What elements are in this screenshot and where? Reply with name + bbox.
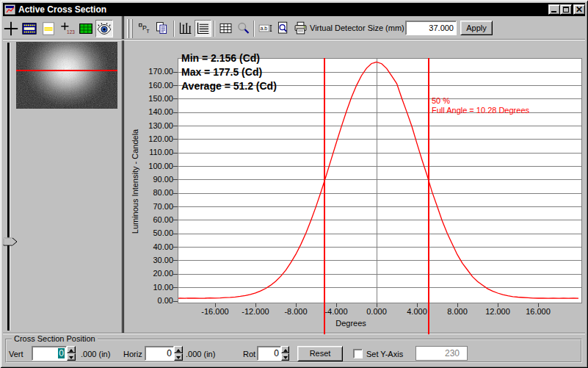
row-chart-icon bbox=[195, 21, 211, 36]
horiz-spin-down-button[interactable] bbox=[174, 353, 183, 361]
eye-icon bbox=[96, 21, 112, 37]
application-window: Active Cross Section ✕ 123 bbox=[0, 0, 588, 368]
cross-section-slider-thumb[interactable] bbox=[3, 236, 18, 245]
detector-size-input[interactable] bbox=[405, 21, 457, 35]
rot-label: Rot bbox=[243, 350, 255, 358]
row-chart-view-button[interactable] bbox=[195, 20, 211, 37]
y-tickmark bbox=[173, 153, 178, 154]
rot-spinner-buttons bbox=[281, 346, 289, 361]
y-axis-max-field: 230 bbox=[415, 346, 468, 361]
half-max-marker-line bbox=[428, 58, 429, 334]
y-tick-label: 140.00 bbox=[129, 107, 173, 116]
up-arrow-icon bbox=[176, 349, 181, 352]
annotation-max: Max = 177.5 (Cd) bbox=[181, 66, 262, 78]
rot-spin-up-button[interactable] bbox=[281, 346, 289, 353]
y-tick-label: 150.00 bbox=[129, 94, 173, 103]
groupbox-label: Cross Section Position bbox=[12, 334, 98, 343]
toolbar-separator bbox=[173, 21, 175, 37]
cross-section-line[interactable] bbox=[16, 70, 117, 71]
rot-spinner-field[interactable]: 0 bbox=[257, 346, 281, 361]
beam-image-thumbnail[interactable] bbox=[16, 42, 117, 109]
vert-label: Vert bbox=[9, 350, 23, 358]
vert-spinner-field[interactable]: 0 bbox=[32, 346, 67, 361]
eye-view-tool-button[interactable] bbox=[95, 20, 113, 37]
y-tickmark bbox=[173, 72, 178, 73]
x-tick-label: 16.000 bbox=[512, 307, 564, 316]
apply-button[interactable]: Apply bbox=[460, 21, 493, 35]
horiz-spinner-field[interactable]: 0 bbox=[145, 346, 174, 361]
annotation-average: Average = 51.2 (Cd) bbox=[181, 80, 277, 92]
plot-area bbox=[178, 58, 582, 303]
maximize-icon bbox=[563, 7, 569, 12]
vert-spinner-value: 0 bbox=[58, 348, 65, 358]
vert-spinner-buttons bbox=[67, 346, 76, 361]
horiz-unit-label: .000 (in) bbox=[186, 350, 215, 358]
titlebar[interactable]: Active Cross Section ✕ bbox=[3, 3, 585, 16]
horiz-label: Horiz bbox=[123, 350, 142, 358]
printer-icon bbox=[293, 21, 308, 36]
table-view-button[interactable] bbox=[217, 20, 234, 37]
vert-spin-up-button[interactable] bbox=[67, 346, 76, 353]
y-tick-label: 170.00 bbox=[129, 67, 173, 76]
y-tickmark bbox=[173, 112, 178, 113]
y-tick-label: 20.00 bbox=[129, 269, 173, 278]
horiz-spinner-value: 0 bbox=[167, 348, 172, 358]
marker-label-percent: 50 % bbox=[432, 96, 450, 105]
close-icon: ✕ bbox=[574, 4, 584, 15]
half-max-marker-line bbox=[324, 58, 325, 334]
panel-divider bbox=[122, 16, 124, 333]
vert-unit-label: .000 (in) bbox=[81, 350, 110, 358]
set-y-axis-checkbox[interactable] bbox=[353, 349, 363, 358]
y-tickmark bbox=[173, 274, 178, 275]
crosshair-values-tool-button[interactable]: 123 bbox=[59, 20, 76, 37]
toolbar-grip[interactable] bbox=[127, 19, 129, 38]
down-arrow-icon bbox=[176, 356, 181, 359]
print-preview-button[interactable] bbox=[275, 20, 291, 37]
horiz-spin-up-button[interactable] bbox=[174, 346, 183, 353]
toolbar-separator bbox=[214, 21, 215, 37]
set-y-axis-label: Set Y-Axis bbox=[366, 350, 403, 358]
pt-tool-button[interactable]: P T bbox=[136, 20, 153, 37]
plot-canvas bbox=[178, 59, 581, 303]
y-tick-label: 110.00 bbox=[129, 148, 173, 156]
label-tool-button[interactable]: a.b bbox=[257, 20, 274, 37]
close-button[interactable]: ✕ bbox=[573, 4, 585, 15]
y-tickmark bbox=[173, 287, 178, 288]
toolbar-grip[interactable] bbox=[131, 19, 133, 38]
up-arrow-icon bbox=[69, 349, 73, 352]
toolbar-bottom-edge bbox=[3, 39, 585, 40]
crosshair-values-icon: 123 bbox=[59, 21, 76, 37]
y-tick-label: 80.00 bbox=[129, 188, 173, 197]
pt-icon: P T bbox=[137, 21, 152, 36]
slide-tool-button[interactable] bbox=[40, 20, 57, 37]
maximize-button[interactable] bbox=[560, 4, 572, 15]
minimize-button[interactable] bbox=[548, 4, 560, 15]
y-tickmark bbox=[173, 234, 178, 234]
green-grid-tool-button[interactable] bbox=[77, 20, 95, 37]
y-tickmark bbox=[173, 206, 178, 207]
print-button[interactable] bbox=[292, 20, 309, 37]
table-grid-icon bbox=[218, 21, 233, 36]
vert-spin-down-button[interactable] bbox=[67, 353, 76, 361]
y-tick-label: 120.00 bbox=[129, 134, 173, 143]
detector-size-label: Virtual Detector Size (mm) bbox=[310, 24, 404, 32]
y-tick-label: 50.00 bbox=[129, 228, 173, 237]
bar-chart-view-button[interactable] bbox=[177, 20, 194, 37]
rot-spin-down-button[interactable] bbox=[281, 353, 289, 361]
crosshair-tool-button[interactable] bbox=[2, 20, 20, 37]
y-tick-label: 160.00 bbox=[129, 81, 173, 90]
svg-text:a.b: a.b bbox=[261, 26, 268, 31]
detector-strip-tool-button[interactable] bbox=[21, 20, 38, 37]
slider-thumb-icon bbox=[3, 237, 18, 246]
horiz-spinner-buttons bbox=[174, 346, 183, 361]
print-preview-icon bbox=[275, 21, 291, 36]
y-tickmark bbox=[173, 98, 178, 99]
reset-button[interactable]: Reset bbox=[297, 346, 343, 361]
y-tickmark bbox=[173, 220, 178, 220]
y-tickmark bbox=[173, 301, 178, 302]
bar-chart-icon bbox=[178, 21, 193, 36]
slide-icon bbox=[40, 21, 57, 37]
cross-section-slider-track[interactable] bbox=[7, 43, 10, 331]
copy-button[interactable] bbox=[153, 20, 170, 37]
zoom-tool-button[interactable] bbox=[235, 20, 252, 37]
